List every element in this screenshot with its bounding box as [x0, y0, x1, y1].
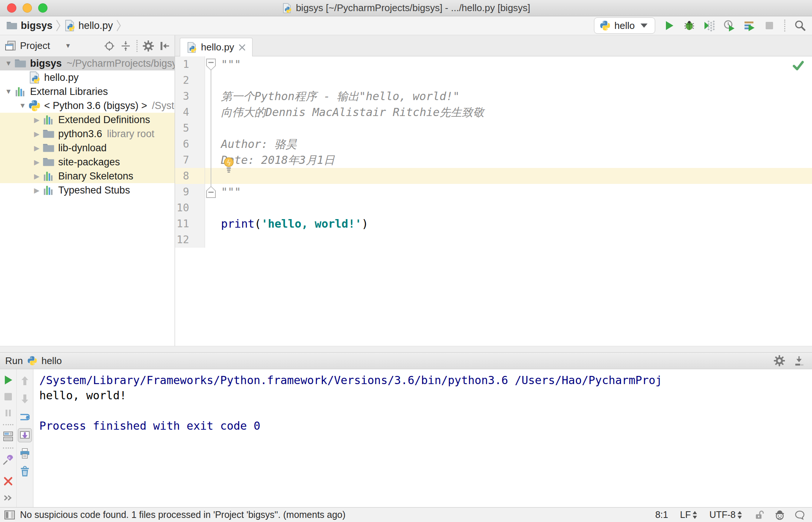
rerun-button[interactable]: [1, 374, 15, 386]
code-text[interactable]: [220, 72, 812, 88]
run-config-name[interactable]: hello: [42, 355, 62, 367]
tree-collapsed-arrow-icon[interactable]: ▶: [31, 130, 42, 138]
locate-button[interactable]: [102, 39, 116, 53]
close-tab-icon[interactable]: [238, 43, 246, 52]
line-number[interactable]: 2: [175, 72, 205, 88]
stop-button[interactable]: [1, 390, 15, 403]
code-editor[interactable]: 1"""23第一个Python程序 - 输出"hello, world!"4向伟…: [175, 56, 812, 346]
line-number[interactable]: 6: [175, 136, 205, 152]
minimize-window-button[interactable]: [23, 3, 32, 13]
run-button[interactable]: [663, 19, 676, 32]
breadcrumb-hello-py[interactable]: hello.py: [79, 20, 113, 32]
line-number[interactable]: 1: [175, 56, 205, 72]
hector-inspections-icon[interactable]: [774, 509, 785, 521]
close-button[interactable]: [1, 475, 15, 488]
folder-icon: [42, 142, 55, 154]
fold-collapse-marker[interactable]: [206, 186, 216, 198]
code-text[interactable]: Author: 骆昊: [220, 136, 812, 152]
hide-panel-button[interactable]: [158, 39, 172, 53]
tree-expanded-arrow-icon[interactable]: ▼: [17, 102, 28, 110]
tree-item-python-3-6-bigsys[interactable]: ▼< Python 3.6 (bigsys) >/System: [0, 99, 175, 113]
code-text[interactable]: [220, 120, 812, 136]
run-configuration-select[interactable]: hello: [594, 17, 655, 34]
tree-item-hello-py[interactable]: hello.py: [0, 70, 175, 85]
breadcrumb-bigsys[interactable]: bigsys: [21, 20, 53, 32]
breadcrumb-chevron-icon: [116, 19, 121, 32]
tree-expanded-arrow-icon[interactable]: ▼: [3, 87, 14, 96]
pause-output-button[interactable]: [1, 407, 15, 419]
line-separator-widget[interactable]: LF: [680, 509, 697, 520]
tree-item-external-libraries[interactable]: ▼External Libraries: [0, 85, 175, 99]
tree-item-binary-skeletons[interactable]: ▶Binary Skeletons: [0, 169, 175, 183]
tree-item-lib-dynload[interactable]: ▶lib-dynload: [0, 141, 175, 155]
restore-layout-button[interactable]: [1, 430, 15, 443]
intention-bulb-icon[interactable]: [222, 156, 235, 173]
encoding-widget[interactable]: UTF-8: [709, 509, 742, 520]
tree-item-extended-definitions[interactable]: ▶Extended Definitions: [0, 113, 175, 127]
stop-button[interactable]: [763, 19, 776, 32]
code-text[interactable]: 向伟大的Dennis MacAlistair Ritchie先生致敬: [220, 104, 812, 120]
code-text[interactable]: [220, 200, 812, 216]
tree-collapsed-arrow-icon[interactable]: ▶: [31, 172, 42, 181]
code-text[interactable]: [220, 232, 812, 248]
caret-position-widget[interactable]: 8:1: [655, 509, 668, 520]
hide-panel-button[interactable]: [793, 354, 806, 367]
zoom-window-button[interactable]: [38, 3, 47, 13]
tree-item-typeshed-stubs[interactable]: ▶Typeshed Stubs: [0, 183, 175, 197]
pin-tab-button[interactable]: [1, 453, 15, 466]
editor-tab-hello-py[interactable]: hello.py: [180, 38, 252, 56]
fold-guide-line: [211, 70, 211, 187]
close-window-button[interactable]: [7, 3, 16, 13]
line-number[interactable]: 9: [175, 184, 205, 200]
code-text[interactable]: """: [220, 56, 812, 72]
tree-collapsed-arrow-icon[interactable]: ▶: [31, 116, 42, 124]
line-number[interactable]: 5: [175, 120, 205, 136]
line-number[interactable]: 8: [175, 168, 205, 184]
line-number[interactable]: 11: [175, 216, 205, 232]
line-number[interactable]: 3: [175, 88, 205, 104]
tree-collapsed-arrow-icon[interactable]: ▶: [31, 144, 42, 152]
fold-collapse-marker[interactable]: [206, 59, 216, 70]
line-number[interactable]: 4: [175, 104, 205, 120]
search-everywhere-button[interactable]: [793, 19, 807, 32]
fold-strip: [205, 200, 220, 216]
collapse-all-button[interactable]: [119, 39, 133, 53]
chevron-down-icon[interactable]: ▼: [52, 42, 71, 50]
tree-item-bigsys[interactable]: ▼bigsys~/PycharmProjects/bigsys: [0, 56, 175, 70]
fold-strip: [205, 88, 220, 104]
toolwindow-toggle-icon[interactable]: [4, 509, 16, 521]
line-number[interactable]: 12: [175, 232, 205, 248]
tree-collapsed-arrow-icon[interactable]: ▶: [31, 158, 42, 166]
tree-item-site-packages[interactable]: ▶site-packages: [0, 155, 175, 169]
editor-line-12: 12: [175, 232, 812, 248]
run-with-coverage-button[interactable]: [703, 19, 716, 32]
concurrency-diagram-button[interactable]: [743, 19, 756, 32]
scroll-to-the-end-button[interactable]: [18, 428, 32, 442]
up-the-stack-trace-button[interactable]: [18, 374, 32, 388]
settings-button[interactable]: [773, 354, 786, 367]
write-access-unlocked-icon[interactable]: [754, 509, 765, 521]
clear-all-button[interactable]: [18, 465, 32, 479]
tree-item-python3-6[interactable]: ▶python3.6library root: [0, 127, 175, 141]
tree-expanded-arrow-icon[interactable]: ▼: [3, 59, 14, 67]
code-text[interactable]: [220, 168, 812, 184]
use-soft-wraps-button[interactable]: [18, 410, 32, 424]
debug-button[interactable]: [683, 19, 696, 32]
feedback-bubble-icon[interactable]: [794, 509, 805, 521]
settings-button[interactable]: [141, 39, 155, 53]
line-number[interactable]: 10: [175, 200, 205, 216]
profiler-button[interactable]: [723, 19, 736, 32]
editor-scrollbar-strip[interactable]: [0, 346, 812, 352]
code-text[interactable]: Date: 2018年3月1日: [220, 152, 812, 168]
console-output[interactable]: /System/Library/Frameworks/Python.framew…: [33, 369, 812, 507]
window-title: bigsys [~/PycharmProjects/bigsys] - .../…: [282, 2, 530, 14]
print-button[interactable]: [18, 446, 32, 460]
code-text[interactable]: print('hello, world!'): [220, 216, 812, 232]
line-number[interactable]: 7: [175, 152, 205, 168]
project-panel-title[interactable]: Project: [20, 40, 50, 52]
code-text[interactable]: 第一个Python程序 - 输出"hello, world!": [220, 88, 812, 104]
down-the-stack-trace-button[interactable]: [18, 392, 32, 406]
code-text[interactable]: """: [220, 184, 812, 200]
tree-collapsed-arrow-icon[interactable]: ▶: [31, 186, 42, 195]
more-options-button[interactable]: [1, 492, 15, 504]
